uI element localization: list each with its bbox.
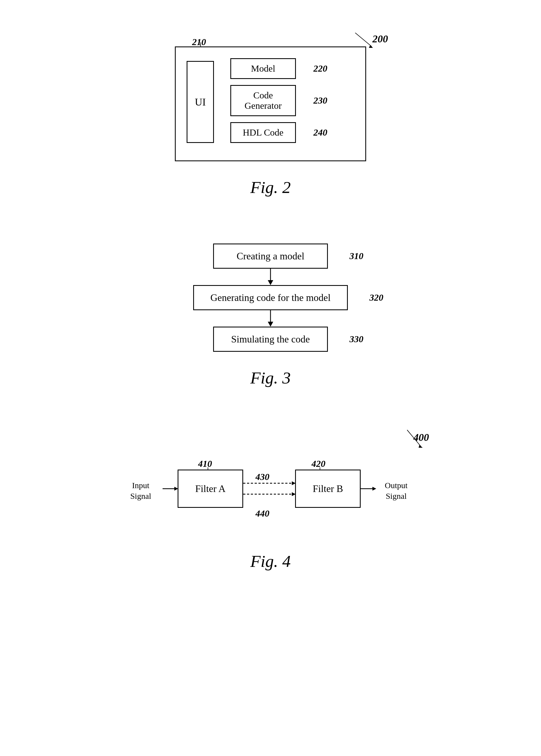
fig3-arrow-1-svg [265, 269, 276, 285]
fig3-ref-330: 330 [349, 334, 363, 345]
fig4-filter-b: Filter B [295, 469, 361, 508]
fig3-caption: Fig. 3 [250, 368, 291, 387]
fig2-model-box: Model [230, 58, 296, 79]
fig4-caption: Fig. 4 [250, 551, 291, 571]
fig3-box-320: Generating code for the model [193, 285, 348, 310]
svg-marker-3 [268, 280, 273, 285]
fig4-filter-b-label: Filter B [312, 483, 343, 494]
fig4-section: 400 410 420 430 440 Input Signal Filte [120, 426, 421, 571]
fig2-outer-box: 210 UI Model 220 [175, 46, 366, 161]
fig2-codegen-label: CodeGenerator [245, 90, 282, 111]
fig4-filter-a: Filter A [178, 469, 243, 508]
fig3-label-320: Generating code for the model [211, 292, 330, 303]
fig2-hdl-label: HDL Code [243, 127, 283, 138]
fig3-arrow-1 [265, 269, 276, 285]
fig2-model-label: Model [251, 63, 275, 74]
fig2-ref-240: 240 [313, 127, 327, 138]
fig4-ref-430: 430 [256, 472, 270, 482]
fig3-ref-320: 320 [369, 293, 383, 303]
fig3-ref-310: 310 [349, 251, 363, 261]
page-content: 200 210 UI [0, 0, 541, 604]
fig2-hdl-box: HDL Code [230, 122, 296, 143]
fig4-output-label: Output Signal [374, 480, 418, 501]
fig2-ui-label: UI [195, 96, 206, 108]
fig4-ref-410: 410 [198, 458, 212, 469]
fig2-codegen-wrapper: CodeGenerator 230 [230, 85, 296, 116]
fig2-ref-210: 210 [192, 37, 206, 47]
fig4-arrow-400 [407, 430, 429, 449]
fig2-ref-220: 220 [313, 63, 327, 74]
fig2-model-wrapper: Model 220 [230, 58, 296, 79]
fig2-ref-230: 230 [313, 95, 327, 106]
fig4-input-label: Input Signal [123, 480, 159, 501]
fig3-box-330-wrapper: Simulating the code 330 [213, 327, 328, 352]
fig3-box-330: Simulating the code [213, 327, 328, 352]
fig2-section: 200 210 UI [175, 27, 366, 197]
fig3-arrow-2-svg [265, 310, 276, 327]
fig3-box-310: Creating a model [213, 244, 328, 269]
svg-marker-1 [369, 45, 373, 48]
fig3-box-320-wrapper: Generating code for the model 320 [193, 285, 348, 310]
svg-line-0 [355, 33, 371, 46]
fig3-box-310-wrapper: Creating a model 310 [213, 244, 328, 269]
svg-marker-5 [268, 322, 273, 327]
fig4-output-text: Output Signal [385, 481, 407, 500]
fig3-arrow-2 [265, 310, 276, 327]
fig2-ui-box: UI [187, 61, 214, 143]
fig3-section: Creating a model 310 Generating code for… [193, 235, 348, 387]
fig3-label-310: Creating a model [237, 251, 304, 262]
fig2-right-boxes: Model 220 CodeGenerator 230 [230, 58, 296, 143]
fig2-hdl-wrapper: HDL Code 240 [230, 122, 296, 143]
fig3-flowchart: Creating a model 310 Generating code for… [193, 244, 348, 352]
fig2-codegen-box: CodeGenerator [230, 85, 296, 116]
svg-line-6 [407, 430, 421, 446]
fig2-caption: Fig. 2 [250, 178, 291, 197]
fig3-label-330: Simulating the code [231, 334, 310, 345]
fig4-ref-420: 420 [311, 458, 325, 469]
fig4-filter-a-label: Filter A [195, 483, 226, 494]
svg-marker-7 [419, 445, 423, 448]
fig4-input-text: Input Signal [130, 481, 151, 500]
fig4-ref-440: 440 [256, 508, 270, 519]
